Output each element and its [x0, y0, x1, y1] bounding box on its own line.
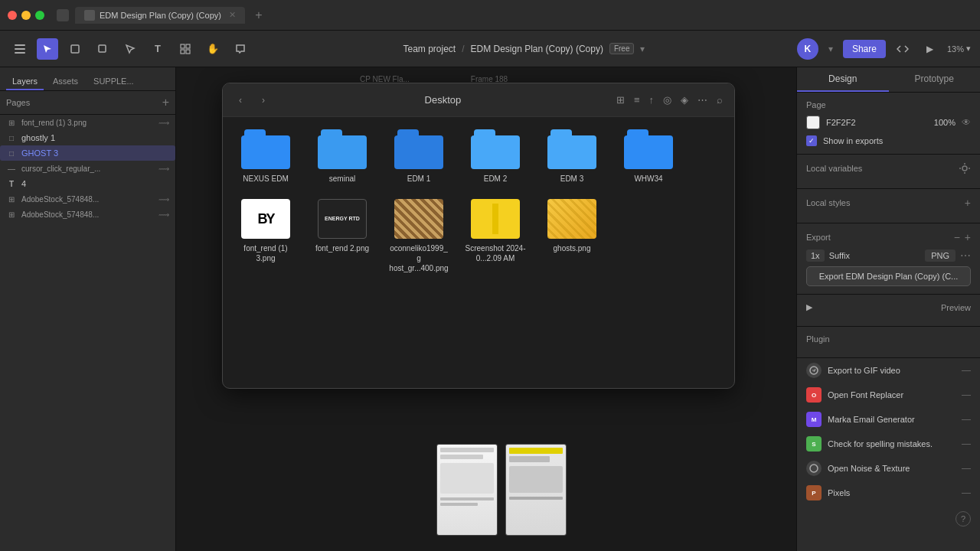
- avatar[interactable]: K: [797, 38, 818, 60]
- page-color-swatch[interactable]: [806, 116, 820, 129]
- avatar-dropdown[interactable]: ▾: [825, 43, 837, 55]
- fb-item-edm1[interactable]: EDM 1: [388, 129, 449, 184]
- preview-section: ▶ Preview: [797, 295, 980, 327]
- fb-more-icon[interactable]: ⋯: [695, 92, 710, 108]
- layer-item-ghostly[interactable]: □ ghostly 1: [0, 130, 175, 145]
- marka-plugin-close-icon[interactable]: —: [962, 414, 971, 425]
- zoom-dropdown-icon: ▾: [966, 44, 971, 54]
- font-plugin-close-icon[interactable]: —: [962, 390, 971, 400]
- code-view-button[interactable]: [892, 38, 913, 60]
- svg-rect-4: [99, 45, 106, 52]
- tab-close-icon[interactable]: ✕: [229, 10, 236, 20]
- fb-view-icon[interactable]: ⊞: [614, 92, 627, 108]
- fb-item-edm3[interactable]: EDM 3: [541, 129, 603, 184]
- export-scale[interactable]: 1x: [806, 249, 825, 262]
- svg-point-11: [810, 465, 818, 472]
- fb-item-oconn[interactable]: oconneliko1999_g host_gr...400.png: [388, 199, 449, 273]
- plugin-section-header: Plugin: [806, 334, 971, 344]
- export-add-icon[interactable]: +: [965, 231, 971, 243]
- tab-layers[interactable]: Layers: [6, 73, 44, 90]
- fb-back-button[interactable]: ‹: [232, 92, 249, 109]
- file-browser: ‹ › Desktop ⊞ ≡ ↑ ◎ ◈ ⋯ ⌕: [222, 83, 735, 389]
- svg-rect-7: [181, 50, 185, 54]
- export-format[interactable]: PNG: [925, 249, 956, 262]
- play-button[interactable]: ▶: [920, 38, 941, 60]
- fb-search-icon[interactable]: ⌕: [714, 92, 725, 108]
- plugin-item-gif[interactable]: Export to GIF video —: [797, 358, 980, 383]
- plugin-item-spell[interactable]: S Check for spelling mistakes. —: [797, 432, 980, 456]
- canvas[interactable]: CP NEW Fla... Frame 188 Ghost ‹ › Deskto…: [176, 67, 796, 551]
- local-variables-icon[interactable]: [959, 162, 971, 174]
- fb-item-whw34[interactable]: WHW34: [618, 129, 679, 184]
- preview-chevron-icon[interactable]: ▶: [806, 302, 812, 312]
- layer-item-adobe1[interactable]: ⊞ AdobeStock_574848... ⟿: [0, 191, 175, 207]
- gif-plugin-close-icon[interactable]: —: [962, 365, 971, 376]
- browser-tab[interactable]: EDM Design Plan (Copy) (Copy) ✕: [75, 7, 245, 24]
- new-tab-button[interactable]: +: [251, 8, 266, 23]
- fb-item-screenshot[interactable]: Screenshot 2024-0...2.09 AM: [465, 199, 526, 273]
- fb-forward-button[interactable]: ›: [255, 92, 272, 109]
- shape-tool[interactable]: [92, 38, 113, 60]
- tab-supple[interactable]: SUPPLE...: [87, 73, 140, 90]
- plugin-item-font[interactable]: O Open Font Replacer —: [797, 383, 980, 407]
- text-tool[interactable]: T: [147, 38, 168, 60]
- dropdown-icon[interactable]: ▾: [640, 44, 645, 54]
- fb-item-edm2[interactable]: EDM 2: [465, 129, 526, 184]
- fb-item-ghosts[interactable]: ghosts.png: [541, 199, 603, 273]
- pixels-plugin-close-icon[interactable]: —: [962, 487, 971, 498]
- share-button[interactable]: Share: [843, 40, 886, 58]
- marka-plugin-icon: M: [806, 412, 822, 427]
- gif-icon-svg: [809, 366, 818, 375]
- hand-tool[interactable]: ✋: [202, 38, 224, 60]
- spell-plugin-close-icon[interactable]: —: [962, 439, 971, 449]
- comment-tool[interactable]: [230, 38, 251, 60]
- add-page-button[interactable]: +: [162, 96, 169, 109]
- local-styles-add-icon[interactable]: +: [965, 197, 971, 209]
- fb-item-fontrend1[interactable]: BY font_rend (1) 3.png: [235, 199, 296, 273]
- noise-plugin-close-icon[interactable]: —: [962, 463, 971, 474]
- export-button[interactable]: Export EDM Design Plan (Copy) (C...: [806, 266, 971, 286]
- pixels-icon-text: P: [812, 490, 815, 497]
- svg-point-9: [962, 166, 967, 171]
- plugin-item-pixels[interactable]: P Pixels —: [797, 481, 980, 505]
- zoom-control[interactable]: 13% ▾: [947, 44, 971, 54]
- layer-item-ghost3[interactable]: □ GHOST 3: [0, 145, 175, 161]
- fb-header: ‹ › Desktop ⊞ ≡ ↑ ◎ ◈ ⋯ ⌕: [223, 83, 734, 117]
- select-tool[interactable]: [119, 38, 141, 60]
- preview-title: Preview: [941, 303, 971, 312]
- layer-item-adobe2[interactable]: ⊞ AdobeStock_574848... ⟿: [0, 207, 175, 222]
- export-suffix[interactable]: Suffix: [829, 251, 921, 260]
- main-menu-button[interactable]: [9, 38, 31, 60]
- fb-item-seminal[interactable]: seminal: [312, 129, 373, 184]
- plugin-item-marka[interactable]: M Marka Email Generator —: [797, 407, 980, 432]
- export-more-icon[interactable]: ⋯: [960, 249, 971, 262]
- layer-item-4[interactable]: T 4: [0, 176, 175, 191]
- help-button[interactable]: ?: [956, 511, 971, 527]
- layer-item-cursor[interactable]: — cursor_click_regular_... ⟿: [0, 161, 175, 176]
- move-tool[interactable]: [37, 38, 58, 60]
- tab-design[interactable]: Design: [797, 67, 889, 92]
- fullscreen-button[interactable]: [35, 11, 44, 20]
- thumbnail-2[interactable]: [505, 444, 567, 536]
- plugin-item-noise[interactable]: Open Noise & Texture —: [797, 456, 980, 481]
- fb-list-view-icon[interactable]: ≡: [632, 92, 642, 108]
- fb-item-nexus[interactable]: NEXUS EDM: [235, 129, 296, 184]
- thumbnail-1[interactable]: [436, 444, 498, 536]
- tab-assets[interactable]: Assets: [47, 73, 84, 90]
- minimize-button[interactable]: [21, 11, 31, 20]
- component-tool[interactable]: [175, 38, 196, 60]
- fb-item-fontrend2[interactable]: ENERGY RTD font_rend 2.png: [312, 199, 373, 273]
- frame-tool[interactable]: [64, 38, 86, 60]
- layer-name-adobe1: AdobeStock_574848...: [21, 195, 154, 204]
- layer-item-1[interactable]: ⊞ font_rend (1) 3.png ⟿: [0, 115, 175, 130]
- close-button[interactable]: [8, 11, 17, 20]
- file-fontrend1-icon: BY: [241, 199, 290, 239]
- thumb-content-1: [437, 445, 497, 535]
- fb-tag-icon[interactable]: ◈: [678, 92, 691, 108]
- show-in-exports-checkbox[interactable]: ✓: [806, 135, 817, 146]
- page-color-eye-icon[interactable]: 👁: [962, 117, 971, 128]
- tab-prototype[interactable]: Prototype: [889, 67, 981, 92]
- fb-actions-icon[interactable]: ↑: [647, 92, 657, 108]
- fb-share-icon[interactable]: ◎: [661, 92, 674, 108]
- export-minus-icon[interactable]: −: [954, 231, 960, 243]
